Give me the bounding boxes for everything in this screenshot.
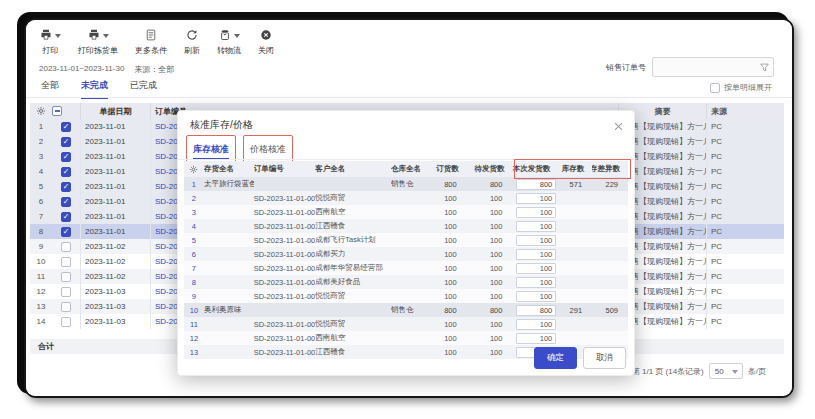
approve-table-row[interactable]: 12 SD-2023-11-01-00026 西南航空 100 100 100 (184, 331, 628, 345)
row-number: 9 (30, 239, 52, 254)
approve-table-row[interactable]: 10 奥利奥原味 销售仓 800 800 800 291 509 (184, 303, 628, 317)
print-picking-list-button[interactable]: 打印拣货单 (78, 29, 118, 56)
ship-qty-input[interactable]: 100 (516, 333, 556, 344)
row-checkbox[interactable] (61, 197, 71, 207)
refresh-icon (186, 27, 198, 45)
row-checkbox[interactable] (61, 227, 71, 237)
approve-table-row[interactable]: 7 SD-2023-11-01-00030 成都年华贸易经营部 100 100 … (184, 261, 628, 275)
ship-qty-input[interactable]: 100 (516, 319, 556, 330)
chevron-down-icon[interactable] (55, 34, 61, 38)
row-number: 7 (30, 209, 52, 224)
conditions-icon (145, 27, 157, 45)
ordered-qty-cell: 100 (425, 345, 467, 359)
row-checkbox[interactable] (61, 272, 71, 282)
pending-qty-cell: 100 (467, 233, 513, 247)
warehouse-cell (391, 233, 425, 247)
pending-qty-cell: 100 (467, 247, 513, 261)
col-header-date[interactable]: 单据日期 (80, 103, 150, 119)
filter-summary: 2023-11-01~2023-11-30 来源：全部 (39, 64, 174, 75)
stock-diff-cell (592, 191, 628, 205)
row-number: 2 (30, 134, 52, 149)
ship-qty-input[interactable]: 100 (516, 263, 556, 274)
refresh-button[interactable]: 刷新 (184, 29, 200, 56)
approve-table-row[interactable]: 4 SD-2023-11-01-00027 江西赣食 100 100 100 (184, 219, 628, 233)
item-cell (204, 317, 254, 331)
tab-finished[interactable]: 已完成 (130, 79, 157, 99)
row-checkbox[interactable] (61, 152, 71, 162)
toolbar-label: 打印拣货单 (78, 45, 118, 56)
doc-date-cell: 2023-11-03 (80, 299, 150, 314)
more-conditions-button[interactable]: 更多条件 (135, 29, 167, 56)
confirm-button[interactable]: 确定 (534, 347, 577, 369)
col-header-source[interactable]: 来源 (706, 103, 756, 119)
col-header-ordered[interactable]: 订货数 (425, 161, 467, 177)
checkbox-icon[interactable] (710, 83, 720, 93)
expand-by-detail-checkbox[interactable]: 按单明细展开 (710, 82, 772, 93)
select-all-checkbox[interactable] (52, 106, 62, 116)
approve-table-row[interactable]: 2 SD-2023-11-01-00025 悦悦商贸 100 100 100 (184, 191, 628, 205)
ship-qty-input[interactable]: 100 (516, 291, 556, 302)
order-cell: SD-2023-11-01-00027 (254, 219, 316, 233)
ship-qty-input[interactable]: 100 (516, 193, 556, 204)
col-header-stock[interactable]: 库存数 (558, 161, 592, 177)
source-cell: PC (706, 224, 756, 239)
ship-qty-input[interactable]: 100 (516, 207, 556, 218)
order-cell: SD-2023-11-01-00026 (254, 331, 316, 345)
approve-table-row[interactable]: 8 SD-2023-11-01-00031 成都美好食品 100 100 100 (184, 275, 628, 289)
order-no-input[interactable] (652, 57, 774, 77)
warehouse-cell (391, 275, 425, 289)
approve-table-row[interactable]: 9 SD-2023-11-01-00032 悦悦商贸 100 100 100 (184, 289, 628, 303)
chevron-down-icon[interactable] (234, 34, 240, 38)
row-checkbox[interactable] (61, 137, 71, 147)
cancel-button[interactable]: 取消 (583, 347, 626, 369)
row-checkbox[interactable] (61, 122, 71, 132)
close-button[interactable]: 关闭 (258, 29, 274, 56)
tab-all[interactable]: 全部 (41, 79, 59, 99)
order-search: 销售订单号 (606, 57, 774, 77)
row-checkbox[interactable] (61, 317, 71, 327)
ship-qty-input[interactable]: 100 (516, 235, 556, 246)
col-header-ship[interactable]: 本次发货数 (512, 161, 558, 177)
page-size-select[interactable]: 50 (709, 363, 743, 379)
ship-qty-input[interactable]: 100 (516, 249, 556, 260)
date-range: 2023-11-01~2023-11-30 (39, 64, 124, 75)
approve-table-row[interactable]: 1 太平旅行袋蓝色 销售仓 800 800 800 571 229 (184, 177, 628, 191)
customer-cell: 悦悦商贸 (315, 191, 391, 205)
col-header-customer[interactable]: 客户全名 (315, 161, 391, 177)
page-size-value: 50 (715, 367, 724, 376)
approve-table-row[interactable]: 6 SD-2023-11-01-00029 成都买力 100 100 100 (184, 247, 628, 261)
col-header-diff[interactable]: 库存差异数 (592, 161, 628, 177)
toolbar-label: 打印 (43, 45, 59, 56)
tab-unfinished[interactable]: 未完成 (81, 79, 108, 99)
row-checkbox[interactable] (61, 167, 71, 177)
approve-table-row[interactable]: 3 SD-2023-11-01-00026 西南航空 100 100 100 (184, 205, 628, 219)
row-checkbox[interactable] (61, 257, 71, 267)
ship-qty-input[interactable]: 800 (516, 305, 556, 316)
row-checkbox[interactable] (61, 287, 71, 297)
row-checkbox[interactable] (61, 212, 71, 222)
col-header-item[interactable]: 存货全名 (204, 161, 254, 177)
tab-stock-approve[interactable]: 库存核准 (193, 143, 229, 160)
col-header-pending[interactable]: 待发货数 (467, 161, 513, 177)
gear-icon[interactable] (184, 161, 204, 177)
expand-by-detail-label: 按单明细展开 (724, 82, 772, 93)
ship-qty-input[interactable]: 800 (516, 179, 556, 190)
pending-qty-cell: 800 (467, 303, 513, 317)
col-header-order[interactable]: 订单编号 (254, 161, 316, 177)
modal-close-icon[interactable] (613, 118, 624, 129)
chevron-down-icon[interactable] (103, 34, 109, 38)
gear-icon[interactable] (30, 103, 52, 119)
print-button[interactable]: 打印 (40, 29, 61, 56)
row-checkbox[interactable] (61, 242, 71, 252)
ship-qty-input[interactable]: 100 (516, 277, 556, 288)
warehouse-cell: 销售仓 (391, 177, 425, 191)
to-logistics-button[interactable]: 转物流 (217, 29, 241, 56)
tab-price-approve[interactable]: 价格核准 (250, 143, 286, 158)
row-checkbox[interactable] (61, 182, 71, 192)
col-header-warehouse[interactable]: 仓库全名 (391, 161, 425, 177)
row-checkbox[interactable] (61, 302, 71, 312)
customer-cell (315, 303, 391, 317)
approve-table-row[interactable]: 5 SD-2023-11-01-00028 成都飞行Task计划 100 100… (184, 233, 628, 247)
ship-qty-input[interactable]: 100 (516, 221, 556, 232)
approve-table-row[interactable]: 11 SD-2023-11-01-00025 悦悦商贸 100 100 100 (184, 317, 628, 331)
